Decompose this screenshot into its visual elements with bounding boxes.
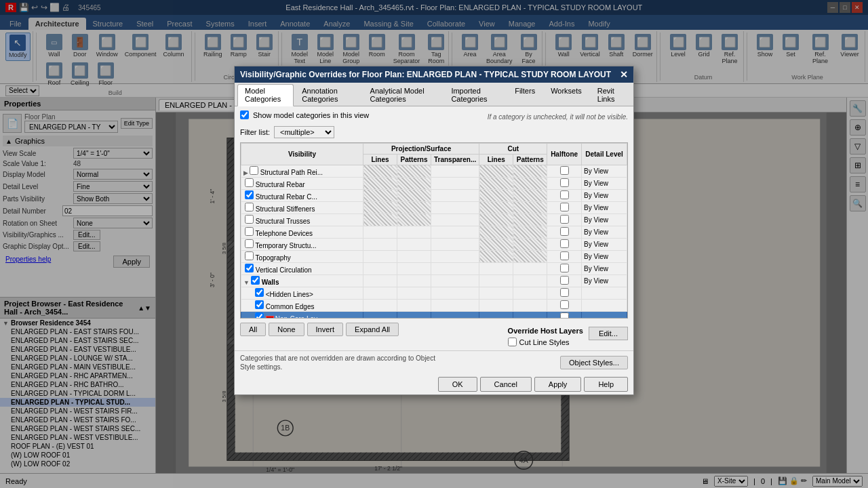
visibility-hint: If a category is unchecked, it will not … — [488, 113, 628, 121]
cell-nc-lines — [363, 312, 397, 319]
visibility-table-container[interactable]: Visibility Projection/Surface Cut Halfto… — [240, 142, 628, 319]
modal-tab-revit-links[interactable]: Revit Links — [590, 84, 631, 106]
cell-sr-patterns — [397, 178, 431, 190]
cb-non-core[interactable] — [255, 312, 264, 319]
invert-button[interactable]: Invert — [307, 323, 344, 336]
cell-topo-transp — [431, 251, 479, 263]
cb-temp-struct[interactable] — [245, 239, 254, 248]
object-styles-button[interactable]: Object Styles... — [560, 356, 628, 369]
table-row[interactable]: ▼ Walls By View — [241, 275, 627, 287]
table-row[interactable]: Structural Stiffeners By View — [241, 202, 627, 214]
cell-sr-transp — [431, 178, 479, 190]
cell-st-patterns — [397, 214, 431, 226]
none-button[interactable]: None — [269, 323, 304, 336]
override-host-section: Override Host Layers Cut Line Styles Edi… — [508, 327, 628, 346]
ht-walls[interactable] — [560, 276, 569, 285]
table-row[interactable]: Structural Rebar By View — [241, 178, 627, 190]
cut-line-styles-checkbox[interactable] — [508, 338, 517, 346]
cell-hl-transp — [431, 287, 479, 300]
cell-ce-detail — [582, 300, 627, 312]
modal-overlay: Visibility/Graphic Overrides for Floor P… — [0, 0, 868, 488]
cell-hl-halftone — [547, 287, 582, 300]
table-row[interactable]: Structural Rebar C... By View — [241, 190, 627, 202]
cell-ss-patterns — [397, 202, 431, 214]
override-edit-button[interactable]: Edit... — [589, 327, 628, 340]
cell-sp-patterns — [397, 165, 431, 178]
cell-src-lines — [363, 190, 397, 202]
table-row[interactable]: Common Edges — [241, 300, 627, 312]
cb-telephone[interactable] — [245, 227, 254, 236]
ht-hl[interactable] — [560, 288, 569, 297]
table-row[interactable]: Telephone Devices By View — [241, 226, 627, 239]
cell-st-cut-lines — [479, 214, 513, 226]
override-host-label: Override Host Layers — [508, 327, 583, 335]
modal-tab-filters[interactable]: Filters — [507, 84, 542, 106]
cell-src-cut-pat — [513, 190, 547, 202]
cb-common-edges[interactable] — [255, 300, 264, 309]
cb-topography[interactable] — [245, 251, 254, 260]
filter-select[interactable]: <multiple> Architecture Structure MEP — [274, 126, 334, 138]
modal-tab-analytical[interactable]: Analytical Model Categories — [363, 84, 443, 106]
modal-tab-worksets[interactable]: Worksets — [543, 84, 589, 106]
cell-src-patterns — [397, 190, 431, 202]
cell-ce-cut-pat — [513, 300, 547, 312]
table-row[interactable]: Vertical Circulation By View — [241, 263, 627, 275]
cell-st-halftone — [547, 214, 582, 226]
all-button[interactable]: All — [240, 323, 266, 336]
modal-apply-button[interactable]: Apply — [534, 377, 582, 392]
cell-walls-halftone — [547, 275, 582, 287]
ht-td[interactable] — [560, 227, 569, 236]
cell-walls-cut-lines — [479, 275, 513, 287]
cell-walls-patterns — [397, 275, 431, 287]
modal-tab-imported[interactable]: Imported Categories — [443, 84, 507, 106]
show-model-checkbox[interactable] — [240, 110, 249, 119]
cell-td-lines — [363, 226, 397, 239]
ok-button[interactable]: OK — [438, 377, 477, 392]
cb-structural-rebar[interactable] — [245, 178, 254, 187]
table-row[interactable]: Topography By View — [241, 251, 627, 263]
cell-ss-lines — [363, 202, 397, 214]
cb-structural-stiff[interactable] — [245, 203, 254, 211]
expand-collapse-buttons: All None Invert Expand All — [240, 323, 399, 336]
non-core-color-swatch — [266, 316, 274, 319]
ht-sp[interactable] — [560, 166, 569, 175]
ht-src[interactable] — [560, 190, 569, 199]
table-row[interactable]: <Hidden Lines> — [241, 287, 627, 300]
modal-tab-model-categories[interactable]: Model Categories — [237, 84, 294, 106]
table-row[interactable]: Structural Trusses By View — [241, 214, 627, 226]
cell-topo-cut-lines — [479, 251, 513, 263]
cell-vc-patterns — [397, 263, 431, 275]
cell-nc-transp — [431, 312, 479, 319]
ht-ss[interactable] — [560, 203, 569, 211]
ht-ts[interactable] — [560, 239, 569, 248]
cell-nc-detail — [582, 312, 627, 319]
ht-st[interactable] — [560, 215, 569, 224]
col-header-lines-cut: Lines — [479, 155, 513, 165]
table-row-selected[interactable]: Non-Core Lay... — [241, 312, 627, 319]
cell-topo-detail: By View — [582, 251, 627, 263]
ht-topo[interactable] — [560, 251, 569, 260]
cb-walls[interactable] — [251, 276, 260, 285]
ht-ce[interactable] — [560, 300, 569, 309]
cell-sr-cut-lines — [479, 178, 513, 190]
cb-structural-trusses[interactable] — [245, 215, 254, 224]
cb-structural-rebar-c[interactable] — [245, 190, 254, 199]
modal-close-button[interactable]: ✕ — [620, 69, 628, 80]
modal-tab-annotation[interactable]: Annotation Categories — [294, 84, 361, 106]
cancel-button[interactable]: Cancel — [480, 377, 532, 392]
table-row[interactable]: Temporary Structu... By View — [241, 239, 627, 251]
cell-sr-detail: By View — [582, 178, 627, 190]
ht-vc[interactable] — [560, 264, 569, 272]
cb-hidden-lines[interactable] — [255, 288, 264, 297]
footer-note: Categories that are not overridden are d… — [240, 354, 443, 371]
ht-sr[interactable] — [560, 178, 569, 187]
ht-nc[interactable] — [560, 312, 569, 319]
table-row[interactable]: ▶ Structural Path Rei... By View — [241, 165, 627, 178]
cell-ts-patterns — [397, 239, 431, 251]
cb-vert-circ[interactable] — [245, 264, 254, 272]
cell-walls-transp — [431, 275, 479, 287]
cb-structural-path[interactable] — [250, 166, 258, 175]
help-button[interactable]: Help — [584, 377, 628, 392]
expand-all-button[interactable]: Expand All — [346, 323, 399, 336]
cell-sp-lines — [363, 165, 397, 178]
